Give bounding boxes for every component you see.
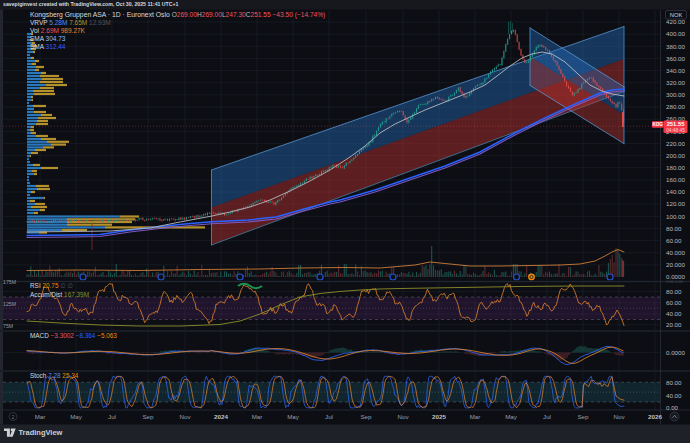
svg-text:175M: 175M xyxy=(3,279,16,285)
svg-text:125M: 125M xyxy=(3,301,16,307)
svg-text:20.000: 20.000 xyxy=(666,261,685,268)
svg-text:2025: 2025 xyxy=(432,413,446,420)
svg-text:Kongsberg Gruppen ASA · 1D · E: Kongsberg Gruppen ASA · 1D · Euronext Os… xyxy=(30,11,325,19)
svg-text:380.00: 380.00 xyxy=(666,43,685,50)
svg-text:20.00: 20.00 xyxy=(666,321,682,328)
svg-text:300.00: 300.00 xyxy=(666,91,685,98)
svg-text:savepiginvest created with Tra: savepiginvest created with TradingView.c… xyxy=(3,1,179,7)
svg-text:251.55: 251.55 xyxy=(667,121,686,127)
svg-text:VRVP 5.28M 7.65M 12.93M: VRVP 5.28M 7.65M 12.93M xyxy=(30,19,111,26)
svg-text:80.00: 80.00 xyxy=(666,288,682,295)
svg-text:May: May xyxy=(70,413,83,420)
svg-text:160.00: 160.00 xyxy=(666,176,685,183)
svg-text:RSI 20.75 ∅ ∅: RSI 20.75 ∅ ∅ xyxy=(30,282,73,289)
svg-text:320.00: 320.00 xyxy=(666,79,685,86)
svg-text:Mar: Mar xyxy=(252,413,263,420)
svg-text:180.00: 180.00 xyxy=(666,164,685,171)
svg-text:Nov: Nov xyxy=(179,413,191,420)
svg-text:140.00: 140.00 xyxy=(666,188,685,195)
svg-text:2026: 2026 xyxy=(648,413,662,420)
svg-text:0.00 0.00: 0.00 0.00 xyxy=(666,279,683,284)
svg-text:60.00: 60.00 xyxy=(666,299,682,306)
svg-text:280.00: 280.00 xyxy=(666,103,685,110)
svg-text:Mar: Mar xyxy=(470,413,481,420)
svg-text:80.00: 80.00 xyxy=(666,379,682,386)
svg-text:340.00: 340.00 xyxy=(666,67,685,74)
svg-text:60.00: 60.00 xyxy=(666,237,682,244)
svg-text:40.00: 40.00 xyxy=(666,392,682,399)
svg-text:Jul: Jul xyxy=(108,413,116,420)
svg-text:SMA 312.44: SMA 312.44 xyxy=(30,43,66,50)
svg-text:220.00: 220.00 xyxy=(666,140,685,147)
svg-text:Sep: Sep xyxy=(577,413,589,420)
svg-text:40.000: 40.000 xyxy=(666,249,685,256)
svg-text:120.00: 120.00 xyxy=(666,200,685,207)
svg-text:Nov: Nov xyxy=(397,413,409,420)
svg-text:80.00: 80.00 xyxy=(666,225,682,232)
svg-text:MACD −3.3002 −8.364 −5.063: MACD −3.3002 −8.364 −5.063 xyxy=(30,332,117,339)
svg-text:TradingView: TradingView xyxy=(18,428,62,437)
svg-text:May: May xyxy=(505,413,518,420)
svg-text:SMA 304.73: SMA 304.73 xyxy=(30,35,66,42)
svg-text:KOG: KOG xyxy=(652,122,663,127)
svg-text:May: May xyxy=(287,413,300,420)
svg-text:Vol 2.69M 989.27K: Vol 2.69M 989.27K xyxy=(30,27,86,34)
svg-text:420.00: 420.00 xyxy=(666,18,685,25)
svg-text:Accum/Dist 167.39M: Accum/Dist 167.39M xyxy=(30,291,89,298)
svg-text:Sep: Sep xyxy=(360,413,372,420)
svg-text:Stoch 7.28 25.34: Stoch 7.28 25.34 xyxy=(30,372,79,379)
svg-text:NOK: NOK xyxy=(670,12,683,18)
svg-text:0.0000: 0.0000 xyxy=(666,349,685,356)
svg-text:Jul: Jul xyxy=(543,413,551,420)
svg-text:360.00: 360.00 xyxy=(666,55,685,62)
svg-text:40.00: 40.00 xyxy=(666,310,682,317)
svg-text:04:48:45: 04:48:45 xyxy=(666,128,685,133)
svg-text:Jul: Jul xyxy=(325,413,333,420)
svg-text:400.00: 400.00 xyxy=(666,30,685,37)
svg-text:200.00: 200.00 xyxy=(666,152,685,159)
svg-text:2024: 2024 xyxy=(214,413,228,420)
svg-text:75M: 75M xyxy=(3,323,13,329)
svg-text:Sep: Sep xyxy=(142,413,154,420)
svg-text:0.00: 0.00 xyxy=(666,404,679,411)
svg-text:100.00: 100.00 xyxy=(666,213,685,220)
svg-text:Mar: Mar xyxy=(35,413,46,420)
svg-text:Nov: Nov xyxy=(613,413,625,420)
